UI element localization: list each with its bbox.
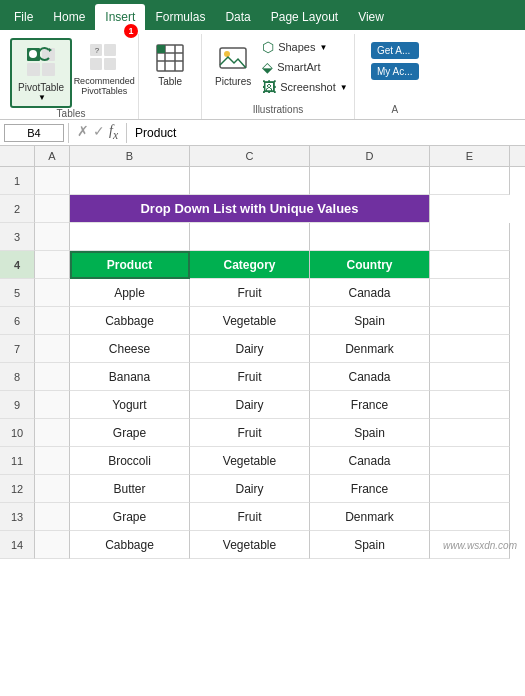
cell-e5[interactable] [430,279,510,307]
cell-a5[interactable] [35,279,70,307]
cell-a2[interactable] [35,195,70,223]
row-num-1: 1 [0,167,35,195]
cell-b1[interactable] [70,167,190,195]
watermark: www.wsxdn.com [443,540,517,551]
cell-a6[interactable] [35,307,70,335]
cell-c3[interactable] [190,223,310,251]
cell-c10[interactable]: Fruit [190,419,310,447]
cell-a1[interactable] [35,167,70,195]
cell-b8[interactable]: Banana [70,363,190,391]
col-header-c: C [190,146,310,166]
cell-e7[interactable] [430,335,510,363]
cell-e1[interactable] [430,167,510,195]
tab-insert[interactable]: Insert [95,4,145,30]
cell-d14[interactable]: Spain [310,531,430,559]
screenshot-button[interactable]: 🖼 Screenshot ▼ [262,78,348,96]
cell-c13[interactable]: Fruit [190,503,310,531]
cell-b6[interactable]: Cabbage [70,307,190,335]
cell-d8[interactable]: Canada [310,363,430,391]
cell-d12[interactable]: France [310,475,430,503]
cell-d7[interactable]: Denmark [310,335,430,363]
cell-d9[interactable]: France [310,391,430,419]
tab-page-layout[interactable]: Page Layout [261,4,348,30]
my-addins-button[interactable]: My Ac... [371,63,419,80]
cell-d4[interactable]: Country [310,251,430,279]
cell-b7[interactable]: Cheese [70,335,190,363]
cell-a10[interactable] [35,419,70,447]
cell-c4[interactable]: Category [190,251,310,279]
cell-c11[interactable]: Vegetable [190,447,310,475]
cell-a13[interactable] [35,503,70,531]
cell-e6[interactable] [430,307,510,335]
cell-c9[interactable]: Dairy [190,391,310,419]
smartart-button[interactable]: ⬙ SmartArt [262,58,348,76]
cell-e11[interactable] [430,447,510,475]
cancel-formula-icon[interactable]: ✗ [77,123,89,142]
cell-a4[interactable] [35,251,70,279]
cell-d13[interactable]: Denmark [310,503,430,531]
screenshot-icon: 🖼 [262,79,276,95]
cell-e13[interactable] [430,503,510,531]
cell-b13[interactable]: Grape [70,503,190,531]
cell-b10[interactable]: Grape [70,419,190,447]
cell-d3[interactable] [310,223,430,251]
pictures-icon [217,42,249,74]
cell-c5[interactable]: Fruit [190,279,310,307]
shapes-button[interactable]: ⬡ Shapes ▼ [262,38,348,56]
cell-e3[interactable] [430,223,510,251]
insert-function-icon[interactable]: fx [109,123,118,142]
cell-c7[interactable]: Dairy [190,335,310,363]
pictures-button[interactable]: Pictures [208,38,258,91]
formula-input[interactable] [131,126,521,140]
addins-label: A [391,104,398,119]
cell-b14[interactable]: Cabbage [70,531,190,559]
cell-d6[interactable]: Spain [310,307,430,335]
cell-c14[interactable]: Vegetable [190,531,310,559]
cell-b5[interactable]: Apple [70,279,190,307]
tab-data[interactable]: Data [215,4,260,30]
tab-view[interactable]: View [348,4,394,30]
cell-a14[interactable] [35,531,70,559]
tab-file[interactable]: File [4,4,43,30]
cell-b12[interactable]: Butter [70,475,190,503]
cell-b3[interactable] [70,223,190,251]
cell-d5[interactable]: Canada [310,279,430,307]
cell-a8[interactable] [35,363,70,391]
illustrations-group: Pictures ⬡ Shapes ▼ ⬙ SmartArt 🖼 [202,34,355,119]
row-num-13: 13 [0,503,35,531]
cell-b11[interactable]: Broccoli [70,447,190,475]
ribbon: PivotTable ▼ ? Recommended Pivo [0,30,525,120]
pivot-table-button[interactable]: PivotTable ▼ [10,38,72,108]
confirm-formula-icon[interactable]: ✓ [93,123,105,142]
cell-c1[interactable] [190,167,310,195]
formula-bar: ✗ ✓ fx [0,120,525,146]
table-button[interactable]: Table [145,38,195,91]
cell-e4[interactable] [430,251,510,279]
cell-a11[interactable] [35,447,70,475]
get-addins-button[interactable]: Get A... [371,42,419,59]
cell-e9[interactable] [430,391,510,419]
cell-a9[interactable] [35,391,70,419]
cell-c12[interactable]: Dairy [190,475,310,503]
cell-e8[interactable] [430,363,510,391]
recommended-pivottables-button[interactable]: ? Recommended PivotTables [76,38,132,100]
cell-d11[interactable]: Canada [310,447,430,475]
cell-a3[interactable] [35,223,70,251]
cell-reference-input[interactable] [4,124,64,142]
cell-b9[interactable]: Yogurt [70,391,190,419]
cell-d1[interactable] [310,167,430,195]
cell-b2[interactable]: Drop Down List with Unique Values [70,195,430,223]
cell-c8[interactable]: Fruit [190,363,310,391]
cell-b4[interactable]: Product [70,251,190,279]
cell-c6[interactable]: Vegetable [190,307,310,335]
row-num-12: 12 [0,475,35,503]
cell-e12[interactable] [430,475,510,503]
cell-e10[interactable] [430,419,510,447]
tab-formulas[interactable]: Formulas [145,4,215,30]
cell-a12[interactable] [35,475,70,503]
cell-d10[interactable]: Spain [310,419,430,447]
cell-a7[interactable] [35,335,70,363]
tab-home[interactable]: Home [43,4,95,30]
svg-point-4 [29,50,37,58]
row-num-8: 8 [0,363,35,391]
